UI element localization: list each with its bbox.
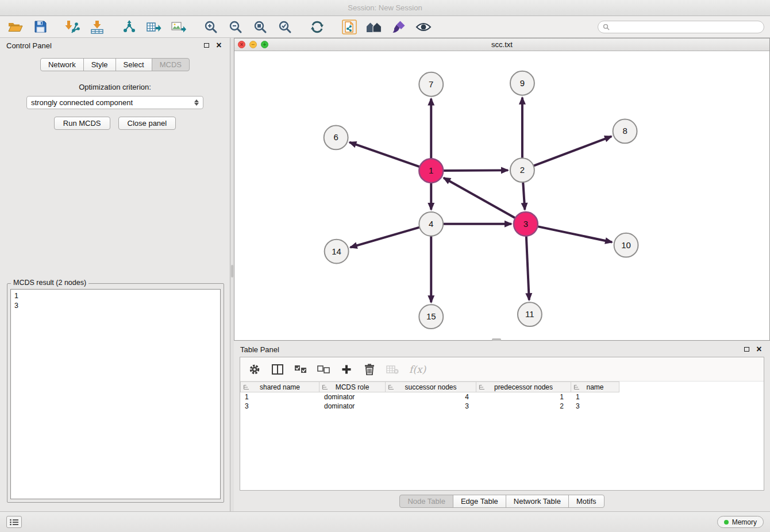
column-header-successor-nodes[interactable]: successor nodes <box>386 381 476 392</box>
tab-motifs[interactable]: Motifs <box>568 495 605 508</box>
memory-button[interactable]: Memory <box>717 516 764 528</box>
table-cell: 1 <box>240 393 319 401</box>
horizontal-splitter-grip[interactable] <box>492 338 501 341</box>
run-mcds-button[interactable]: Run MCDS <box>54 117 110 130</box>
column-tree-icon <box>243 384 249 390</box>
split-panel-icon <box>272 364 283 375</box>
edge-3-10[interactable] <box>537 226 612 242</box>
close-control-panel-button[interactable]: × <box>214 41 224 50</box>
task-history-button[interactable] <box>6 516 22 528</box>
combo-stepper-icon <box>194 99 199 106</box>
svg-text:10: 10 <box>621 240 631 250</box>
node-2[interactable]: 2 <box>510 158 534 182</box>
minimize-window-button[interactable]: − <box>249 41 257 48</box>
svg-text:11: 11 <box>525 309 534 319</box>
float-table-panel-button[interactable] <box>742 345 751 354</box>
close-icon: × <box>216 41 221 50</box>
edge-3-1[interactable] <box>444 178 515 218</box>
checked-boxes-icon <box>294 365 307 374</box>
close-icon: × <box>756 345 761 354</box>
node-4[interactable]: 4 <box>419 212 443 236</box>
tab-edge-table[interactable]: Edge Table <box>453 495 506 508</box>
trash-icon <box>364 364 375 375</box>
column-header-name[interactable]: name <box>571 381 619 392</box>
edge-2-3[interactable] <box>523 182 525 210</box>
export-network-button[interactable] <box>120 18 139 36</box>
edge-1-2[interactable] <box>443 170 508 171</box>
column-header-MCDS-role[interactable]: MCDS role <box>319 381 386 392</box>
refresh-group <box>307 18 327 36</box>
zoom-out-button[interactable] <box>226 18 245 36</box>
deselect-all-button[interactable] <box>317 362 330 377</box>
table-row[interactable]: 1dominator411 <box>240 392 764 402</box>
table-cell: 2 <box>476 402 571 410</box>
add-column-button[interactable] <box>340 362 353 377</box>
close-table-panel-button[interactable]: × <box>754 345 764 354</box>
select-all-button[interactable] <box>294 362 307 377</box>
node-15[interactable]: 15 <box>419 304 443 329</box>
node-7[interactable]: 7 <box>419 72 443 97</box>
tab-style[interactable]: Style <box>83 58 116 71</box>
function-builder-button[interactable]: f(x) <box>409 362 426 377</box>
import-network-button[interactable] <box>63 18 82 36</box>
zoom-window-button[interactable]: + <box>261 41 268 48</box>
tab-select[interactable]: Select <box>116 58 152 71</box>
destroy-column-button[interactable] <box>386 362 399 377</box>
search-input[interactable] <box>613 23 759 31</box>
control-panel-title: Control Panel <box>6 41 52 50</box>
import-table-button[interactable] <box>87 18 107 36</box>
node-8[interactable]: 8 <box>613 119 637 144</box>
document-share-icon <box>342 20 357 34</box>
optimization-criterion-select[interactable]: strongly connected component <box>26 96 203 109</box>
import-table-icon <box>90 20 104 34</box>
tab-network-table[interactable]: Network Table <box>506 495 569 508</box>
edge-4-14[interactable] <box>351 228 420 248</box>
node-6[interactable]: 6 <box>324 125 348 149</box>
tab-network[interactable]: Network <box>40 58 84 71</box>
float-control-panel-button[interactable] <box>202 41 211 50</box>
network-graph[interactable]: 7968124314101511 <box>234 51 769 340</box>
gear-icon <box>249 364 260 375</box>
mcds-result-line: 1 <box>14 291 217 301</box>
zoom-selected-button[interactable] <box>275 18 295 36</box>
splitter-grip[interactable] <box>231 265 233 277</box>
node-3[interactable]: 3 <box>514 212 538 236</box>
edge-2-8[interactable] <box>533 136 611 165</box>
home-button[interactable] <box>364 18 384 36</box>
show-hide-button[interactable] <box>414 18 433 36</box>
close-window-button[interactable]: × <box>238 41 245 48</box>
node-9[interactable]: 9 <box>510 71 534 95</box>
export-image-button[interactable] <box>169 18 188 36</box>
column-header-shared-name[interactable]: shared name <box>240 381 319 392</box>
edge-1-6[interactable] <box>349 142 419 167</box>
network-window-titlebar: scc.txt × − + <box>234 38 769 51</box>
mcds-result-line: 3 <box>14 301 217 311</box>
window-title: Session: New Session <box>348 3 422 12</box>
table-options-button[interactable] <box>248 362 261 377</box>
apply-style-button[interactable] <box>389 18 409 36</box>
table-row[interactable]: 3dominator323 <box>240 402 764 411</box>
node-11[interactable]: 11 <box>518 302 542 326</box>
zoom-out-icon <box>229 20 242 34</box>
edge-3-11[interactable] <box>526 236 529 300</box>
open-session-button[interactable] <box>6 18 25 36</box>
column-header-predecessor-nodes[interactable]: predecessor nodes <box>476 381 571 392</box>
split-panel-button[interactable] <box>271 362 284 377</box>
svg-text:3: 3 <box>523 219 528 229</box>
export-table-button[interactable] <box>144 18 164 36</box>
save-session-button[interactable] <box>30 18 50 36</box>
zoom-fit-button[interactable] <box>251 18 270 36</box>
mcds-buttons-row: Run MCDS Close panel <box>0 117 230 130</box>
network-canvas[interactable]: 7968124314101511 <box>234 51 769 340</box>
tab-node-table[interactable]: Node Table <box>399 495 453 508</box>
delete-columns-button[interactable] <box>363 362 376 377</box>
tab-mcds[interactable]: MCDS <box>152 58 190 71</box>
refresh-layout-button[interactable] <box>307 18 327 36</box>
svg-text:15: 15 <box>426 311 436 321</box>
node-10[interactable]: 10 <box>614 233 638 257</box>
clone-document-button[interactable] <box>340 18 359 36</box>
node-14[interactable]: 14 <box>325 240 349 264</box>
close-panel-button[interactable]: Close panel <box>118 117 176 130</box>
node-1[interactable]: 1 <box>419 159 443 183</box>
zoom-in-button[interactable] <box>201 18 221 36</box>
